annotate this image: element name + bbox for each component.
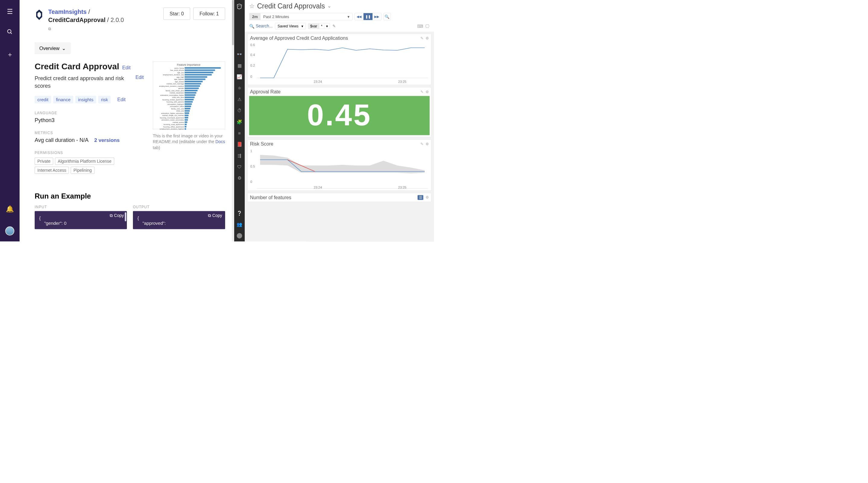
output-code: ⧉ Copy { "approved":	[133, 211, 225, 229]
copy-path-icon[interactable]: ⧉	[48, 26, 51, 32]
chevron-down-icon: ⌄	[62, 45, 66, 51]
scrollbar[interactable]	[232, 0, 234, 242]
input-code[interactable]: ⧉ Copy { "gender": 0	[35, 211, 127, 229]
description: Predict credit card approvals and risk s…	[35, 75, 128, 90]
gear-icon[interactable]: ⚙	[426, 90, 429, 94]
gear-icon[interactable]: ⚙	[426, 142, 429, 146]
tag-row: credit finance insights risk Edit	[35, 96, 144, 103]
edit-widget-icon[interactable]: ✎	[421, 90, 424, 94]
permission-badge: Private	[35, 158, 53, 165]
svg-line-1	[10, 33, 12, 34]
risk-score-widget: Risk Score ✎⚙ 1 0.5 0 23:24 23:25	[247, 139, 431, 191]
display-icon[interactable]: 🖵	[425, 24, 430, 29]
star-button[interactable]: Star: 0	[163, 7, 190, 20]
approval-rate-widget: Approval Rate ✎⚙ 0.45	[247, 87, 431, 137]
page-title: Credit Card Approval	[35, 61, 119, 71]
datadog-sidebar: 👓 ▦ 📈 ⚛ ⚠ ⏱ 🧩 ≡ 📕 ⇶ 🛡 ⚙ ❔ 👥	[234, 0, 245, 242]
puzzle-icon[interactable]: 🧩	[237, 119, 242, 125]
chevron-down-icon[interactable]: ⌄	[327, 3, 332, 9]
approval-rate-value: 0.45	[249, 96, 430, 135]
shield-icon[interactable]: 🛡	[237, 164, 242, 169]
widget-title: Average of Approved Credit Card Applicat…	[250, 36, 348, 41]
template-variable[interactable]: $var*▾	[308, 23, 330, 29]
dashboard-title[interactable]: Credit Card Approvals	[257, 2, 325, 10]
svg-point-0	[7, 30, 11, 33]
plus-icon[interactable]: ＋	[7, 50, 13, 59]
bell-icon[interactable]: 🔔	[6, 205, 14, 213]
input-label: INPUT	[35, 204, 127, 209]
metrics-value: Avg call duration - N/A 2 versions	[35, 137, 144, 143]
binoculars-icon[interactable]: 👓	[237, 52, 242, 57]
follow-button[interactable]: Follow: 1	[193, 7, 225, 20]
dd-avatar[interactable]	[237, 233, 242, 239]
permission-badge: Internet Access	[35, 167, 69, 174]
forward-button[interactable]: ▶▶	[373, 13, 381, 20]
algo-version: 2.0.0	[111, 17, 124, 23]
algorithmia-logo-icon	[35, 9, 44, 21]
dashboards-icon[interactable]: ▦	[238, 63, 242, 68]
algorithm-panel: TeamInsights / CreditCardApproval / 2.0.…	[20, 0, 234, 242]
copy-input-button[interactable]: ⧉ Copy	[110, 213, 124, 218]
tag[interactable]: risk	[98, 96, 111, 103]
search-icon[interactable]	[7, 29, 13, 36]
avg-approved-widget: Average of Approved Credit Card Applicat…	[247, 34, 431, 85]
star-icon[interactable]: ☆	[249, 2, 255, 9]
list-view-icon[interactable]: ☰	[418, 195, 424, 200]
language-value: Python3	[35, 117, 144, 123]
code-scrollbar[interactable]	[125, 212, 126, 221]
search-link[interactable]: 🔍 Search...	[249, 24, 273, 29]
nodes-icon[interactable]: ⚛	[238, 86, 242, 91]
widget-title: Risk Score	[250, 141, 273, 147]
feature-bars: owns_homehas_work_phoneage_lowemployment…	[154, 67, 224, 130]
edit-widget-icon[interactable]: ✎	[421, 142, 424, 146]
edit-title-link[interactable]: Edit	[122, 65, 131, 71]
docs-link[interactable]: Docs	[216, 139, 225, 144]
edit-widget-icon[interactable]: ✎	[421, 36, 424, 40]
gauge-icon[interactable]: ⏱	[237, 108, 242, 113]
output-label: OUTPUT	[133, 204, 225, 209]
permissions-row: Private Algorithmia Platform License Int…	[35, 158, 144, 174]
playback-controls: ◀◀ ❚❚ ▶▶	[354, 13, 381, 20]
pause-button[interactable]: ❚❚	[364, 13, 373, 20]
flow-icon[interactable]: ⇶	[238, 153, 241, 159]
risk-chart[interactable]: 1 0.5 0 23:24 23:25	[248, 148, 431, 190]
rewind-button[interactable]: ◀◀	[355, 13, 364, 20]
team-icon[interactable]: 👥	[237, 222, 242, 227]
list-icon[interactable]: ≡	[238, 130, 241, 136]
keyboard-icon[interactable]: ⌨	[417, 24, 423, 29]
svg-marker-3	[260, 155, 425, 173]
edit-desc-link[interactable]: Edit	[135, 75, 144, 80]
help-icon[interactable]: ❔	[237, 211, 242, 216]
overview-dropdown[interactable]: Overview ⌄	[35, 42, 70, 54]
user-avatar[interactable]	[5, 227, 14, 236]
zoom-button[interactable]: 🔍	[383, 13, 391, 20]
chart-caption: This is the first image or video in your…	[153, 133, 225, 151]
gear-icon[interactable]: ⚙	[426, 195, 429, 200]
datadog-logo-icon[interactable]	[236, 3, 243, 9]
gear-icon[interactable]: ⚙	[238, 175, 242, 181]
time-label: Past 2 Minutes	[260, 13, 345, 20]
language-label: LANGUAGE	[35, 111, 144, 115]
breadcrumb: TeamInsights / CreditCardApproval / 2.0.…	[48, 7, 124, 32]
line-chart[interactable]: 0.6 0.4 0.2 0 23:24 23:25	[248, 42, 431, 85]
book-icon[interactable]: 📕	[237, 141, 242, 147]
metrics-icon[interactable]: 📈	[237, 74, 242, 79]
copy-output-button[interactable]: ⧉ Copy	[208, 213, 222, 218]
permission-badge: Pipelining	[71, 167, 95, 174]
feature-importance-chart: Feature importance owns_homehas_work_pho…	[153, 61, 225, 129]
tag[interactable]: credit	[35, 96, 51, 103]
tag[interactable]: finance	[53, 96, 73, 103]
algo-name: CreditCardApproval	[48, 17, 105, 23]
alert-icon[interactable]: ⚠	[238, 97, 242, 102]
menu-icon[interactable]: ☰	[7, 7, 13, 15]
tag[interactable]: insights	[75, 96, 96, 103]
saved-views-dropdown[interactable]: Saved Views▾	[275, 23, 306, 29]
edit-vars-icon[interactable]: ✎	[333, 24, 336, 29]
time-range-picker[interactable]: 2m Past 2 Minutes ▾	[249, 13, 352, 20]
gear-icon[interactable]: ⚙	[426, 36, 429, 40]
versions-link[interactable]: 2 versions	[94, 137, 120, 143]
org-link[interactable]: TeamInsights	[48, 8, 87, 15]
time-dropdown-icon[interactable]: ▾	[345, 13, 352, 20]
edit-tags-link[interactable]: Edit	[117, 97, 126, 102]
permission-badge: Algorithmia Platform License	[55, 158, 114, 165]
